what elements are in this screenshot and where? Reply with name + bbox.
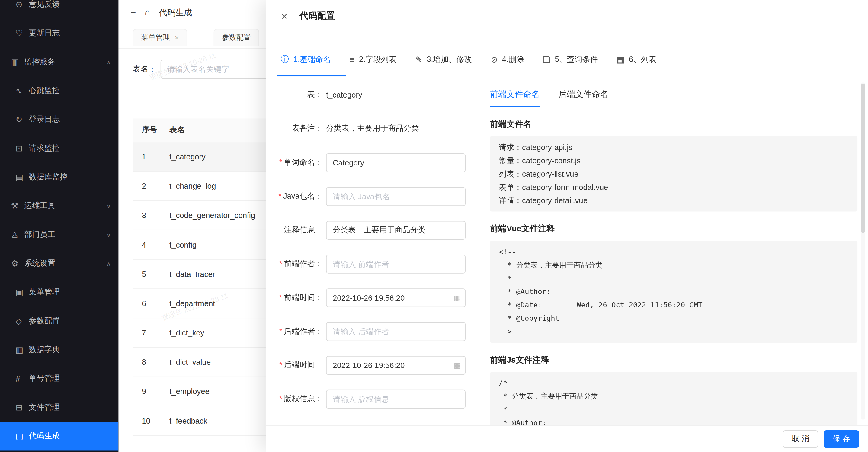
- frontend-author-input[interactable]: [326, 254, 466, 273]
- step-list-columns[interactable]: ▦ 6、列表: [617, 55, 656, 65]
- field-label: *后端作者：: [266, 327, 323, 337]
- sidebar-item-order-number[interactable]: # 单号管理: [0, 364, 118, 393]
- cell-table-name: t_change_log: [165, 181, 216, 190]
- table-name-search-input[interactable]: [161, 60, 269, 79]
- step-label: 3.增加、修改: [427, 55, 472, 65]
- table-name-value: t_category: [326, 90, 362, 99]
- active-step-inkbar: [277, 75, 346, 77]
- field-label: *前端时间：: [266, 293, 323, 303]
- step-basic-naming[interactable]: ⓘ 1.基础命名: [281, 54, 331, 65]
- form-row-frontend-author: *前端作者：: [266, 254, 479, 273]
- comment-info-input[interactable]: [326, 221, 466, 240]
- sidebar-item-menu-management[interactable]: ▣ 菜单管理: [0, 278, 118, 306]
- step-label: 4.删除: [502, 55, 524, 65]
- sidebar-item-heartbeat-monitor[interactable]: ∿ 心跳监控: [0, 77, 118, 105]
- sidebar-item-label: 代码生成: [29, 431, 111, 441]
- heart-icon: ♡: [16, 28, 29, 38]
- sidebar-item-ops-tools[interactable]: ⚒ 运维工具 ∨: [0, 191, 118, 220]
- tab-close-icon[interactable]: ×: [175, 34, 179, 42]
- vue-comment-box: <!-- * 分类表，主要用于商品分类 * * @Author: * @Date…: [490, 241, 858, 343]
- sidebar-item-label: 请求监控: [29, 144, 111, 153]
- cell-index: 8: [133, 358, 165, 366]
- cell-table-name: t_dict_key: [165, 328, 204, 337]
- cell-table-name: t_department: [165, 299, 215, 308]
- cell-table-name: t_employee: [165, 387, 209, 396]
- word-name-input[interactable]: [326, 153, 466, 172]
- cell-table-name: t_data_tracer: [165, 270, 215, 278]
- sidebar-item-request-monitor[interactable]: ⊡ 请求监控: [0, 134, 118, 163]
- step-field-list[interactable]: ≡ 2.字段列表: [350, 55, 396, 65]
- backend-time-input[interactable]: [326, 356, 466, 375]
- sidebar-item-code-generation[interactable]: ▢ 代码生成: [0, 422, 118, 451]
- sidebar-item-label: 更新日志: [29, 28, 111, 38]
- sidebar-item-feedback[interactable]: ⊙ 意见反馈: [0, 0, 118, 19]
- field-label: *前端作者：: [266, 259, 323, 269]
- scrollbar-thumb[interactable]: [861, 84, 865, 233]
- cell-table-name: t_code_generator_config: [165, 211, 255, 220]
- tab-frontend-file-naming[interactable]: 前端文件命名: [490, 89, 540, 107]
- sidebar-item-database-monitor[interactable]: ▤ 数据库监控: [0, 163, 118, 191]
- page-tab-label: 菜单管理: [141, 33, 170, 42]
- sidebar-item-label: 单号管理: [29, 374, 111, 384]
- sidebar: ⊙ 意见反馈 ♡ 更新日志 ▥ 监控服务 ∧ ∿ 心跳监控 ↻ 登录日志 ⊡: [0, 0, 118, 452]
- sidebar-item-system-settings[interactable]: ⚙ 系统设置 ∧: [0, 249, 118, 278]
- field-label: *版权信息：: [266, 394, 323, 404]
- collapse-sidebar-icon[interactable]: ≡: [131, 8, 136, 18]
- file-icon: ▢: [16, 431, 29, 441]
- sidebar-item-label: 运维工具: [25, 201, 107, 211]
- gear-icon: ⚙: [11, 259, 25, 268]
- sidebar-item-label: 参数配置: [29, 316, 111, 326]
- sidebar-item-file-management[interactable]: ⊟ 文件管理: [0, 393, 118, 422]
- tab-backend-file-naming[interactable]: 后端文件命名: [559, 89, 608, 107]
- chevron-down-icon: ∨: [106, 203, 111, 209]
- form-row-backend-author: *后端作者：: [266, 322, 479, 341]
- backend-author-input[interactable]: [326, 322, 466, 341]
- steps-tabbar: ⓘ 1.基础命名 ≡ 2.字段列表 ✎ 3.增加、修改 ⊘ 4.删除 ❏ 5、查…: [266, 33, 868, 77]
- cancel-button[interactable]: 取 消: [783, 430, 818, 448]
- page-title: 代码生成: [159, 7, 192, 18]
- step-add-modify[interactable]: ✎ 3.增加、修改: [415, 55, 472, 65]
- sidebar-item-label: 登录日志: [29, 115, 111, 125]
- drawer-header: × 代码配置: [266, 0, 868, 33]
- sidebar-item-param-config[interactable]: ◇ 参数配置: [0, 307, 118, 335]
- sidebar-item-data-dictionary[interactable]: ▥ 数据字典: [0, 335, 118, 364]
- step-label: 5、查询条件: [555, 55, 598, 65]
- required-mark: *: [279, 361, 282, 369]
- home-icon[interactable]: ⌂: [145, 8, 150, 18]
- close-icon[interactable]: ×: [281, 11, 287, 22]
- java-package-input[interactable]: [326, 187, 466, 206]
- copyright-input[interactable]: [326, 390, 466, 409]
- field-label: 表备注：: [266, 123, 323, 133]
- form-row-frontend-time: *前端时间： ▦: [266, 288, 479, 307]
- page-tab-menu-management[interactable]: 菜单管理 ×: [133, 29, 187, 47]
- code-config-drawer: × 代码配置 ⓘ 1.基础命名 ≡ 2.字段列表 ✎ 3.增加、修改 ⊘ 4.删…: [266, 0, 868, 452]
- step-query-conditions[interactable]: ❏ 5、查询条件: [543, 55, 598, 65]
- sidebar-item-label: 意见反馈: [29, 0, 111, 9]
- folder-icon: ⊟: [16, 402, 29, 413]
- page-tab-param-config[interactable]: 参数配置: [214, 29, 259, 47]
- copy-icon: ▣: [16, 288, 29, 297]
- table-icon: ▦: [617, 55, 624, 65]
- search-file-icon: ❏: [543, 55, 550, 65]
- save-button[interactable]: 保 存: [824, 430, 859, 448]
- js-comment-box: /* * 分类表，主要用于商品分类 * * @Author:: [490, 372, 858, 425]
- field-label: *后端时间：: [266, 361, 323, 370]
- form-row-table-comment: 表备注： 分类表，主要用于商品分类: [266, 123, 479, 133]
- sidebar-item-changelog[interactable]: ♡ 更新日志: [0, 19, 118, 48]
- feedback-icon: ⊙: [16, 0, 29, 9]
- sidebar-item-login-log[interactable]: ↻ 登录日志: [0, 105, 118, 134]
- database-icon: ▤: [16, 172, 29, 182]
- required-mark: *: [278, 191, 281, 200]
- sidebar-item-monitor-service[interactable]: ▥ 监控服务 ∧: [0, 48, 118, 77]
- sidebar-item-label: 心跳监控: [29, 86, 111, 96]
- save-icon: ✎: [415, 55, 422, 65]
- sidebar-item-label: 部门员工: [25, 230, 107, 240]
- frontend-time-input[interactable]: [326, 288, 466, 307]
- hash-icon: #: [16, 374, 29, 384]
- chevron-up-icon: ∧: [106, 261, 111, 267]
- refresh-icon: ↻: [16, 115, 29, 125]
- sidebar-item-department-staff[interactable]: ♙ 部门员工 ∨: [0, 220, 118, 249]
- step-delete[interactable]: ⊘ 4.删除: [491, 55, 524, 65]
- cell-index: 6: [133, 299, 165, 308]
- scrollbar[interactable]: [861, 83, 865, 420]
